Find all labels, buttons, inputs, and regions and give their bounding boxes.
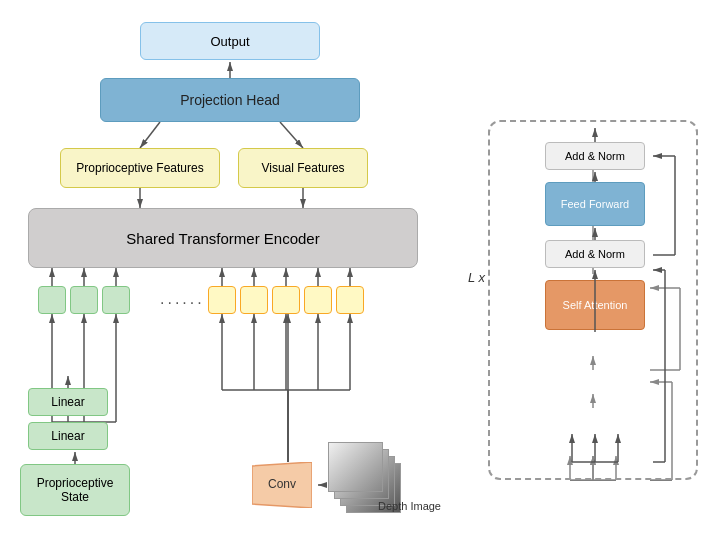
prop-state-label: Proprioceptive State: [21, 476, 129, 504]
prop-state-box: Proprioceptive State: [20, 464, 130, 516]
detail-box: Add & Norm Feed Forward Add & Norm Self …: [488, 120, 698, 480]
svg-line-3: [280, 122, 303, 148]
output-label: Output: [210, 34, 249, 49]
linear-box-1: Linear: [28, 388, 108, 416]
depth-image-label: Depth Image: [378, 500, 441, 512]
token-yellow-2: [240, 286, 268, 314]
projection-head-label: Projection Head: [180, 92, 280, 108]
prop-features-label: Proprioceptive Features: [76, 161, 203, 175]
dots-label: ......: [160, 290, 205, 308]
linear-box-2: Linear: [28, 422, 108, 450]
visual-features-box: Visual Features: [238, 148, 368, 188]
self-attention-box: Self Attention: [545, 280, 645, 330]
visual-features-label: Visual Features: [261, 161, 344, 175]
architecture-diagram: Output Projection Head Proprioceptive Fe…: [0, 0, 720, 544]
add-norm-2-label: Add & Norm: [565, 248, 625, 260]
token-green-2: [70, 286, 98, 314]
token-yellow-3: [272, 286, 300, 314]
linear1-label: Linear: [51, 395, 84, 409]
add-norm-1-label: Add & Norm: [565, 150, 625, 162]
token-yellow-4: [304, 286, 332, 314]
token-yellow-1: [208, 286, 236, 314]
token-green-3: [102, 286, 130, 314]
token-green-1: [38, 286, 66, 314]
self-attention-label: Self Attention: [563, 299, 628, 311]
add-norm-1-box: Add & Norm: [545, 142, 645, 170]
token-yellow-5: [336, 286, 364, 314]
conv-text: Conv: [268, 477, 296, 491]
projection-head-box: Projection Head: [100, 78, 360, 122]
transformer-label: Shared Transformer Encoder: [126, 230, 319, 247]
output-box: Output: [140, 22, 320, 60]
conv-shape: Conv: [252, 462, 312, 508]
linear2-label: Linear: [51, 429, 84, 443]
proprioceptive-features-box: Proprioceptive Features: [60, 148, 220, 188]
transformer-encoder-box: Shared Transformer Encoder: [28, 208, 418, 268]
svg-line-2: [140, 122, 160, 148]
lx-label: L x: [468, 270, 485, 285]
feed-forward-label: Feed Forward: [561, 198, 629, 210]
add-norm-2-box: Add & Norm: [545, 240, 645, 268]
feed-forward-box: Feed Forward: [545, 182, 645, 226]
